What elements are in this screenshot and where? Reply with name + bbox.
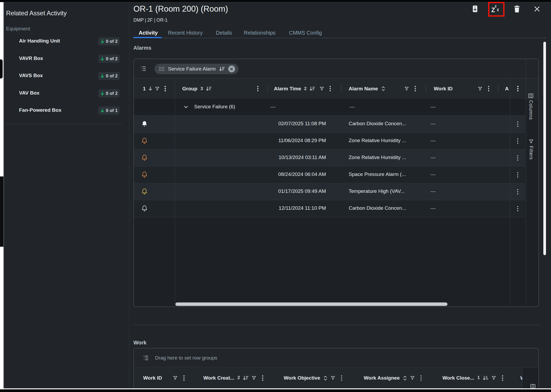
work-table: Drag here to set row groups Work ID Work… (133, 348, 539, 392)
breadcrumb: DMP | 2F | OR-1 (133, 17, 167, 23)
sort-asc-icon (483, 376, 488, 380)
row-groups-icon (140, 66, 146, 72)
columns-icon[interactable] (530, 384, 535, 389)
add-tag-button[interactable] (470, 4, 480, 14)
alarm-row[interactable]: 10/13/2024 03:11 AM Zone Relative Humidi… (134, 150, 525, 166)
equipment-item-label[interactable]: VAVS Box (19, 73, 43, 78)
row-menu-icon[interactable] (515, 138, 521, 144)
alarm-name: Zone Relative Humidity ... (349, 138, 406, 143)
tool-panel-label: Filters (528, 146, 534, 160)
filter-funnel-icon[interactable] (410, 376, 415, 380)
group-row-service-failure[interactable]: Service Failure (6) — — — (134, 99, 525, 116)
filter-funnel-icon[interactable] (331, 376, 335, 380)
sidebar-divider (129, 2, 129, 388)
section-divider (133, 325, 541, 325)
sort-both-icon (323, 376, 328, 381)
alarm-row[interactable]: 02/07/2025 11:08 PM Carbon Dioxide Conce… (134, 116, 525, 133)
delete-button[interactable] (512, 4, 522, 14)
column-menu-icon[interactable] (181, 375, 187, 381)
alarm-work-id: — (431, 121, 436, 127)
equipment-item-label[interactable]: Fan-Powered Box (19, 107, 61, 113)
column-header-partial[interactable]: A (498, 78, 510, 99)
tool-panel-border (526, 59, 526, 306)
sort-both-icon (403, 376, 407, 381)
equipment-item-label[interactable]: VAVR Box (19, 55, 43, 61)
column-menu-icon[interactable] (259, 375, 266, 381)
row-menu-icon[interactable] (515, 205, 521, 212)
tab-cmms-config[interactable]: CMMS Config (289, 30, 322, 36)
filter-chip-service-failure-alarm[interactable]: Service Failure Alarm (155, 64, 239, 74)
sort-desc-icon (219, 67, 225, 71)
alarm-work-id: — (431, 138, 436, 143)
filter-funnel-icon[interactable] (173, 376, 178, 380)
filter-funnel-icon[interactable] (478, 86, 482, 91)
filter-funnel-icon[interactable] (155, 86, 160, 91)
equipment-count-badge[interactable]: 0 of 2 (98, 55, 120, 63)
equipment-count-badge[interactable]: 0 of 2 (98, 72, 120, 80)
column-menu-icon[interactable] (338, 375, 345, 381)
filter-funnel-icon[interactable] (404, 86, 409, 91)
row-menu-icon[interactable] (515, 121, 521, 128)
vertical-scrollbar[interactable] (543, 42, 546, 255)
column-header-pinned[interactable]: 1 (134, 78, 175, 99)
arrow-down-icon (100, 39, 104, 44)
snooze-button[interactable]: z Z z (491, 4, 501, 14)
group-row-label: Service Failure (6) (194, 104, 235, 110)
page-title: OR-1 (Room 200) (Room) (133, 4, 228, 14)
alarm-row[interactable]: 01/17/2025 09:49 AM Temperature High (VA… (134, 183, 525, 200)
alarm-row[interactable]: 12/11/2024 11:10 PM Carbon Dioxide Conce… (134, 200, 525, 217)
alarm-bell-icon (141, 120, 148, 128)
alarm-row[interactable]: 08/24/2024 06:04 AM Space Pressure Alarm… (134, 166, 525, 183)
alarm-time: 12/11/2024 11:10 PM (267, 205, 326, 211)
row-menu-icon[interactable] (515, 188, 521, 195)
background-glyph-fragment (0, 59, 3, 78)
filter-funnel-icon (529, 139, 534, 144)
active-tab-indicator (133, 37, 162, 38)
column-header-alarm-name[interactable]: Alarm Name (341, 78, 426, 99)
filter-funnel-icon[interactable] (252, 376, 256, 380)
equipment-count-badge[interactable]: 0 of 1 (98, 106, 120, 115)
arrow-down-icon (100, 108, 104, 113)
arrow-down-icon (100, 91, 104, 96)
remove-filter-chip-button[interactable] (228, 66, 235, 72)
equipment-count-badge[interactable]: 0 of 2 (98, 89, 120, 97)
drag-grip-icon (159, 67, 165, 71)
column-menu-icon[interactable] (418, 375, 424, 381)
sort-desc-icon (206, 86, 212, 91)
equipment-item-label[interactable]: VAV Box (19, 90, 39, 96)
equipment-count-badge[interactable]: 0 of 2 (98, 37, 120, 45)
close-panel-button[interactable] (532, 4, 542, 14)
alarm-work-id: — (431, 155, 436, 160)
tab-activity[interactable]: Activity (139, 30, 158, 36)
tab-details[interactable]: Details (216, 30, 232, 36)
tab-underline (133, 38, 546, 38)
row-menu-icon[interactable] (515, 155, 521, 161)
column-menu-icon[interactable] (485, 85, 492, 92)
screen: Related Asset Activity Equipment Air Han… (0, 0, 551, 392)
alarm-work-id: — (431, 188, 436, 194)
filter-funnel-icon[interactable] (492, 376, 496, 380)
column-header-work-id[interactable]: Work ID (426, 78, 498, 99)
column-menu-icon[interactable] (162, 85, 169, 92)
tool-panel-tab-columns[interactable]: Columns (528, 94, 534, 120)
background-glyph-fragment (0, 176, 3, 247)
equipment-count: 0 of 1 (106, 108, 118, 113)
tab-relationships[interactable]: Relationships (244, 30, 276, 36)
column-header-actions[interactable] (510, 78, 526, 99)
column-menu-icon[interactable] (255, 85, 261, 92)
collapse-chevron-icon[interactable] (184, 105, 188, 109)
alarm-row[interactable]: 11/06/2024 08:29 PM Zone Relative Humidi… (134, 133, 525, 150)
tool-panel-tab-filters[interactable]: Filters (528, 139, 534, 160)
equipment-item-label[interactable]: Air Handling Unit (19, 38, 60, 44)
horizontal-scrollbar[interactable] (175, 302, 447, 306)
alarm-bell-icon (141, 188, 148, 195)
column-header-group[interactable]: Group 3 (175, 78, 267, 99)
column-menu-icon[interactable] (412, 85, 418, 92)
column-header-alarm-time[interactable]: Alarm Time 2 (267, 78, 341, 99)
tab-recent-history[interactable]: Recent History (168, 30, 203, 36)
row-menu-icon[interactable] (515, 171, 521, 178)
column-menu-icon[interactable] (327, 85, 333, 92)
column-menu-icon[interactable] (499, 375, 506, 381)
column-menu-icon[interactable] (515, 85, 521, 92)
filter-funnel-icon[interactable] (320, 86, 324, 91)
